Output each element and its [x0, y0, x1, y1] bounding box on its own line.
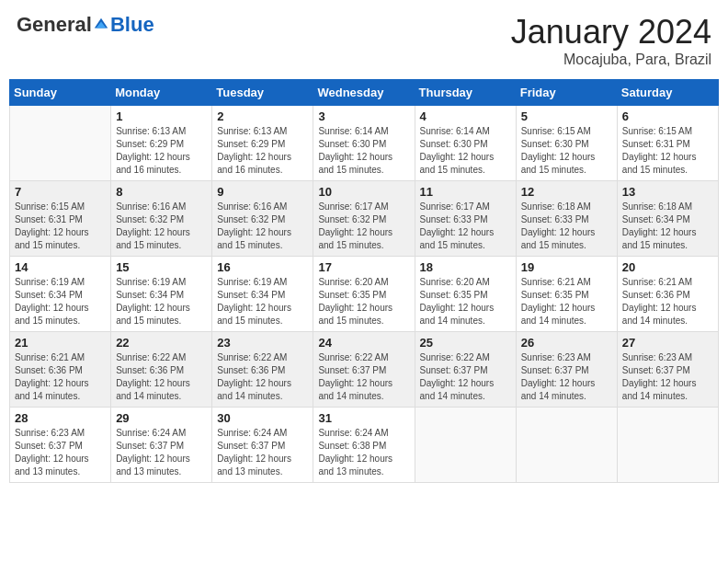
day-number: 16 — [217, 260, 308, 274]
day-info: Sunrise: 6:16 AMSunset: 6:32 PMDaylight:… — [217, 201, 308, 252]
calendar-cell: 20Sunrise: 6:21 AMSunset: 6:36 PMDayligh… — [617, 257, 718, 332]
header-wednesday: Wednesday — [313, 80, 415, 106]
calendar-cell: 9Sunrise: 6:16 AMSunset: 6:32 PMDaylight… — [212, 181, 313, 257]
day-info: Sunrise: 6:15 AMSunset: 6:30 PMDaylight:… — [521, 125, 612, 177]
calendar-cell: 23Sunrise: 6:22 AMSunset: 6:36 PMDayligh… — [212, 332, 313, 408]
calendar-cell: 21Sunrise: 6:21 AMSunset: 6:36 PMDayligh… — [10, 332, 111, 408]
day-info: Sunrise: 6:20 AMSunset: 6:35 PMDaylight:… — [318, 276, 409, 327]
day-number: 14 — [15, 260, 106, 274]
day-number: 19 — [521, 260, 612, 274]
day-number: 3 — [318, 109, 409, 123]
calendar-cell: 10Sunrise: 6:17 AMSunset: 6:32 PMDayligh… — [313, 181, 415, 257]
day-number: 21 — [15, 336, 106, 350]
day-number: 10 — [318, 185, 409, 199]
calendar-cell: 26Sunrise: 6:23 AMSunset: 6:37 PMDayligh… — [516, 332, 617, 408]
header-thursday: Thursday — [415, 80, 516, 106]
day-number: 13 — [622, 185, 713, 199]
calendar-cell: 18Sunrise: 6:20 AMSunset: 6:35 PMDayligh… — [415, 257, 516, 332]
day-info: Sunrise: 6:22 AMSunset: 6:36 PMDaylight:… — [217, 351, 308, 403]
calendar-cell: 8Sunrise: 6:16 AMSunset: 6:32 PMDaylight… — [111, 181, 212, 257]
day-number: 22 — [116, 336, 207, 350]
day-info: Sunrise: 6:24 AMSunset: 6:37 PMDaylight:… — [116, 427, 207, 478]
header-monday: Monday — [111, 80, 212, 106]
calendar-cell: 14Sunrise: 6:19 AMSunset: 6:34 PMDayligh… — [10, 257, 111, 332]
day-info: Sunrise: 6:21 AMSunset: 6:35 PMDaylight:… — [521, 276, 612, 327]
day-number: 12 — [521, 185, 612, 199]
page-header: General Blue January 2024 Mocajuba, Para… — [9, 9, 719, 72]
calendar-cell: 27Sunrise: 6:23 AMSunset: 6:37 PMDayligh… — [617, 332, 718, 408]
calendar-cell — [415, 408, 516, 483]
calendar-cell: 13Sunrise: 6:18 AMSunset: 6:34 PMDayligh… — [617, 181, 718, 257]
calendar-week-row: 28Sunrise: 6:23 AMSunset: 6:37 PMDayligh… — [10, 408, 719, 483]
calendar-cell: 2Sunrise: 6:13 AMSunset: 6:29 PMDaylight… — [212, 106, 313, 181]
day-info: Sunrise: 6:16 AMSunset: 6:32 PMDaylight:… — [116, 201, 207, 252]
day-info: Sunrise: 6:18 AMSunset: 6:33 PMDaylight:… — [521, 201, 612, 252]
calendar-cell: 22Sunrise: 6:22 AMSunset: 6:36 PMDayligh… — [111, 332, 212, 408]
day-info: Sunrise: 6:22 AMSunset: 6:37 PMDaylight:… — [420, 351, 511, 403]
day-number: 4 — [420, 109, 511, 123]
day-number: 25 — [420, 336, 511, 350]
title-block: January 2024 Mocajuba, Para, Brazil — [511, 13, 711, 68]
day-info: Sunrise: 6:23 AMSunset: 6:37 PMDaylight:… — [15, 427, 106, 478]
calendar-cell: 4Sunrise: 6:14 AMSunset: 6:30 PMDaylight… — [415, 106, 516, 181]
day-info: Sunrise: 6:14 AMSunset: 6:30 PMDaylight:… — [318, 125, 409, 177]
calendar-week-row: 7Sunrise: 6:15 AMSunset: 6:31 PMDaylight… — [10, 181, 719, 257]
day-info: Sunrise: 6:22 AMSunset: 6:37 PMDaylight:… — [318, 351, 409, 403]
day-info: Sunrise: 6:15 AMSunset: 6:31 PMDaylight:… — [622, 125, 713, 177]
day-number: 29 — [116, 411, 207, 425]
calendar-week-row: 21Sunrise: 6:21 AMSunset: 6:36 PMDayligh… — [10, 332, 719, 408]
day-info: Sunrise: 6:17 AMSunset: 6:33 PMDaylight:… — [420, 201, 511, 252]
day-number: 31 — [318, 411, 409, 425]
calendar-cell: 17Sunrise: 6:20 AMSunset: 6:35 PMDayligh… — [313, 257, 415, 332]
day-number: 9 — [217, 185, 308, 199]
calendar-title: January 2024 — [511, 13, 711, 52]
day-number: 11 — [420, 185, 511, 199]
day-info: Sunrise: 6:24 AMSunset: 6:38 PMDaylight:… — [318, 427, 409, 478]
calendar-cell: 3Sunrise: 6:14 AMSunset: 6:30 PMDaylight… — [313, 106, 415, 181]
calendar-cell: 6Sunrise: 6:15 AMSunset: 6:31 PMDaylight… — [617, 106, 718, 181]
day-number: 28 — [15, 411, 106, 425]
logo-icon — [93, 17, 109, 33]
day-info: Sunrise: 6:19 AMSunset: 6:34 PMDaylight:… — [217, 276, 308, 327]
calendar-cell: 24Sunrise: 6:22 AMSunset: 6:37 PMDayligh… — [313, 332, 415, 408]
day-number: 27 — [622, 336, 713, 350]
day-info: Sunrise: 6:22 AMSunset: 6:36 PMDaylight:… — [116, 351, 207, 403]
calendar-cell — [617, 408, 718, 483]
day-info: Sunrise: 6:19 AMSunset: 6:34 PMDaylight:… — [15, 276, 106, 327]
header-saturday: Saturday — [617, 80, 718, 106]
calendar-cell: 28Sunrise: 6:23 AMSunset: 6:37 PMDayligh… — [10, 408, 111, 483]
calendar-cell: 5Sunrise: 6:15 AMSunset: 6:30 PMDaylight… — [516, 106, 617, 181]
day-number: 6 — [622, 109, 713, 123]
day-info: Sunrise: 6:20 AMSunset: 6:35 PMDaylight:… — [420, 276, 511, 327]
calendar-cell: 25Sunrise: 6:22 AMSunset: 6:37 PMDayligh… — [415, 332, 516, 408]
day-number: 23 — [217, 336, 308, 350]
day-info: Sunrise: 6:24 AMSunset: 6:37 PMDaylight:… — [217, 427, 308, 478]
calendar-cell — [516, 408, 617, 483]
day-number: 5 — [521, 109, 612, 123]
day-info: Sunrise: 6:21 AMSunset: 6:36 PMDaylight:… — [15, 351, 106, 403]
day-info: Sunrise: 6:13 AMSunset: 6:29 PMDaylight:… — [116, 125, 207, 177]
day-info: Sunrise: 6:23 AMSunset: 6:37 PMDaylight:… — [622, 351, 713, 403]
day-number: 24 — [318, 336, 409, 350]
day-info: Sunrise: 6:18 AMSunset: 6:34 PMDaylight:… — [622, 201, 713, 252]
day-info: Sunrise: 6:17 AMSunset: 6:32 PMDaylight:… — [318, 201, 409, 252]
calendar-cell: 30Sunrise: 6:24 AMSunset: 6:37 PMDayligh… — [212, 408, 313, 483]
weekday-header-row: Sunday Monday Tuesday Wednesday Thursday… — [10, 80, 719, 106]
day-number: 18 — [420, 260, 511, 274]
calendar-cell: 29Sunrise: 6:24 AMSunset: 6:37 PMDayligh… — [111, 408, 212, 483]
calendar-cell: 15Sunrise: 6:19 AMSunset: 6:34 PMDayligh… — [111, 257, 212, 332]
calendar-cell: 12Sunrise: 6:18 AMSunset: 6:33 PMDayligh… — [516, 181, 617, 257]
day-info: Sunrise: 6:15 AMSunset: 6:31 PMDaylight:… — [15, 201, 106, 252]
logo-general-text: General — [17, 13, 92, 37]
day-info: Sunrise: 6:21 AMSunset: 6:36 PMDaylight:… — [622, 276, 713, 327]
day-number: 20 — [622, 260, 713, 274]
day-number: 8 — [116, 185, 207, 199]
day-info: Sunrise: 6:14 AMSunset: 6:30 PMDaylight:… — [420, 125, 511, 177]
day-number: 7 — [15, 185, 106, 199]
day-number: 30 — [217, 411, 308, 425]
day-info: Sunrise: 6:13 AMSunset: 6:29 PMDaylight:… — [217, 125, 308, 177]
calendar-cell: 7Sunrise: 6:15 AMSunset: 6:31 PMDaylight… — [10, 181, 111, 257]
calendar-week-row: 1Sunrise: 6:13 AMSunset: 6:29 PMDaylight… — [10, 106, 719, 181]
header-sunday: Sunday — [10, 80, 111, 106]
calendar-cell: 16Sunrise: 6:19 AMSunset: 6:34 PMDayligh… — [212, 257, 313, 332]
